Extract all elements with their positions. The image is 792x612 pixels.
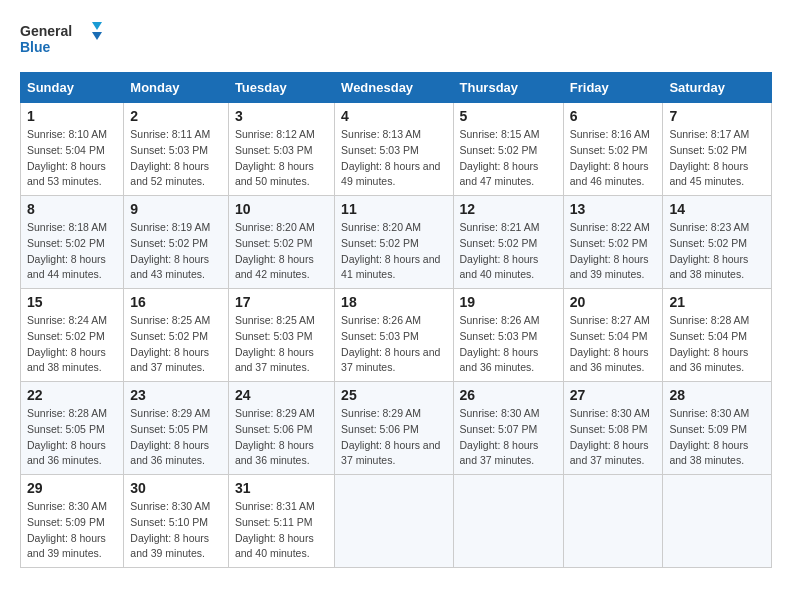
day-number: 20 [570, 294, 657, 310]
day-number: 5 [460, 108, 557, 124]
day-info: Sunrise: 8:31 AMSunset: 5:11 PMDaylight:… [235, 500, 315, 559]
day-number: 16 [130, 294, 222, 310]
day-number: 17 [235, 294, 328, 310]
header-cell-sunday: Sunday [21, 73, 124, 103]
day-number: 7 [669, 108, 765, 124]
day-number: 18 [341, 294, 446, 310]
calendar-cell [335, 475, 453, 568]
logo: General Blue [20, 20, 110, 56]
calendar-cell: 30 Sunrise: 8:30 AMSunset: 5:10 PMDaylig… [124, 475, 229, 568]
day-info: Sunrise: 8:11 AMSunset: 5:03 PMDaylight:… [130, 128, 210, 187]
calendar-body: 1 Sunrise: 8:10 AMSunset: 5:04 PMDayligh… [21, 103, 772, 568]
day-info: Sunrise: 8:17 AMSunset: 5:02 PMDaylight:… [669, 128, 749, 187]
day-number: 3 [235, 108, 328, 124]
calendar-cell: 1 Sunrise: 8:10 AMSunset: 5:04 PMDayligh… [21, 103, 124, 196]
calendar-cell [453, 475, 563, 568]
calendar-cell: 26 Sunrise: 8:30 AMSunset: 5:07 PMDaylig… [453, 382, 563, 475]
day-info: Sunrise: 8:24 AMSunset: 5:02 PMDaylight:… [27, 314, 107, 373]
day-number: 4 [341, 108, 446, 124]
day-info: Sunrise: 8:12 AMSunset: 5:03 PMDaylight:… [235, 128, 315, 187]
calendar-cell: 15 Sunrise: 8:24 AMSunset: 5:02 PMDaylig… [21, 289, 124, 382]
day-info: Sunrise: 8:29 AMSunset: 5:06 PMDaylight:… [235, 407, 315, 466]
calendar-cell: 27 Sunrise: 8:30 AMSunset: 5:08 PMDaylig… [563, 382, 663, 475]
calendar-cell: 19 Sunrise: 8:26 AMSunset: 5:03 PMDaylig… [453, 289, 563, 382]
header-cell-friday: Friday [563, 73, 663, 103]
day-info: Sunrise: 8:30 AMSunset: 5:07 PMDaylight:… [460, 407, 540, 466]
calendar-cell: 18 Sunrise: 8:26 AMSunset: 5:03 PMDaylig… [335, 289, 453, 382]
day-info: Sunrise: 8:16 AMSunset: 5:02 PMDaylight:… [570, 128, 650, 187]
day-info: Sunrise: 8:21 AMSunset: 5:02 PMDaylight:… [460, 221, 540, 280]
day-number: 23 [130, 387, 222, 403]
calendar-cell: 9 Sunrise: 8:19 AMSunset: 5:02 PMDayligh… [124, 196, 229, 289]
day-number: 8 [27, 201, 117, 217]
calendar-cell: 7 Sunrise: 8:17 AMSunset: 5:02 PMDayligh… [663, 103, 772, 196]
calendar-week-3: 15 Sunrise: 8:24 AMSunset: 5:02 PMDaylig… [21, 289, 772, 382]
calendar-week-4: 22 Sunrise: 8:28 AMSunset: 5:05 PMDaylig… [21, 382, 772, 475]
day-number: 28 [669, 387, 765, 403]
day-number: 9 [130, 201, 222, 217]
logo-svg: General Blue [20, 20, 110, 56]
svg-marker-2 [92, 22, 102, 30]
day-info: Sunrise: 8:26 AMSunset: 5:03 PMDaylight:… [341, 314, 440, 373]
calendar-cell: 14 Sunrise: 8:23 AMSunset: 5:02 PMDaylig… [663, 196, 772, 289]
day-info: Sunrise: 8:26 AMSunset: 5:03 PMDaylight:… [460, 314, 540, 373]
day-number: 25 [341, 387, 446, 403]
header-cell-wednesday: Wednesday [335, 73, 453, 103]
day-info: Sunrise: 8:30 AMSunset: 5:09 PMDaylight:… [27, 500, 107, 559]
calendar-cell: 13 Sunrise: 8:22 AMSunset: 5:02 PMDaylig… [563, 196, 663, 289]
day-number: 30 [130, 480, 222, 496]
day-number: 26 [460, 387, 557, 403]
svg-text:Blue: Blue [20, 39, 51, 55]
svg-text:General: General [20, 23, 72, 39]
header-cell-tuesday: Tuesday [228, 73, 334, 103]
day-info: Sunrise: 8:25 AMSunset: 5:03 PMDaylight:… [235, 314, 315, 373]
calendar-cell [663, 475, 772, 568]
calendar-cell: 21 Sunrise: 8:28 AMSunset: 5:04 PMDaylig… [663, 289, 772, 382]
header-cell-saturday: Saturday [663, 73, 772, 103]
day-info: Sunrise: 8:28 AMSunset: 5:04 PMDaylight:… [669, 314, 749, 373]
calendar-cell: 11 Sunrise: 8:20 AMSunset: 5:02 PMDaylig… [335, 196, 453, 289]
calendar-week-5: 29 Sunrise: 8:30 AMSunset: 5:09 PMDaylig… [21, 475, 772, 568]
day-info: Sunrise: 8:18 AMSunset: 5:02 PMDaylight:… [27, 221, 107, 280]
calendar-cell: 8 Sunrise: 8:18 AMSunset: 5:02 PMDayligh… [21, 196, 124, 289]
calendar-cell: 16 Sunrise: 8:25 AMSunset: 5:02 PMDaylig… [124, 289, 229, 382]
calendar-cell: 25 Sunrise: 8:29 AMSunset: 5:06 PMDaylig… [335, 382, 453, 475]
calendar-cell [563, 475, 663, 568]
day-number: 29 [27, 480, 117, 496]
day-number: 11 [341, 201, 446, 217]
day-info: Sunrise: 8:29 AMSunset: 5:06 PMDaylight:… [341, 407, 440, 466]
day-info: Sunrise: 8:29 AMSunset: 5:05 PMDaylight:… [130, 407, 210, 466]
day-number: 12 [460, 201, 557, 217]
header-row: SundayMondayTuesdayWednesdayThursdayFrid… [21, 73, 772, 103]
calendar-week-1: 1 Sunrise: 8:10 AMSunset: 5:04 PMDayligh… [21, 103, 772, 196]
header-cell-monday: Monday [124, 73, 229, 103]
calendar-cell: 31 Sunrise: 8:31 AMSunset: 5:11 PMDaylig… [228, 475, 334, 568]
calendar-cell: 5 Sunrise: 8:15 AMSunset: 5:02 PMDayligh… [453, 103, 563, 196]
calendar-header: SundayMondayTuesdayWednesdayThursdayFrid… [21, 73, 772, 103]
day-number: 13 [570, 201, 657, 217]
day-info: Sunrise: 8:10 AMSunset: 5:04 PMDaylight:… [27, 128, 107, 187]
calendar-cell: 4 Sunrise: 8:13 AMSunset: 5:03 PMDayligh… [335, 103, 453, 196]
day-info: Sunrise: 8:22 AMSunset: 5:02 PMDaylight:… [570, 221, 650, 280]
day-info: Sunrise: 8:13 AMSunset: 5:03 PMDaylight:… [341, 128, 440, 187]
day-info: Sunrise: 8:25 AMSunset: 5:02 PMDaylight:… [130, 314, 210, 373]
day-number: 6 [570, 108, 657, 124]
day-info: Sunrise: 8:30 AMSunset: 5:10 PMDaylight:… [130, 500, 210, 559]
day-info: Sunrise: 8:30 AMSunset: 5:09 PMDaylight:… [669, 407, 749, 466]
calendar-cell: 2 Sunrise: 8:11 AMSunset: 5:03 PMDayligh… [124, 103, 229, 196]
day-info: Sunrise: 8:30 AMSunset: 5:08 PMDaylight:… [570, 407, 650, 466]
calendar-cell: 24 Sunrise: 8:29 AMSunset: 5:06 PMDaylig… [228, 382, 334, 475]
day-number: 14 [669, 201, 765, 217]
day-number: 31 [235, 480, 328, 496]
day-number: 1 [27, 108, 117, 124]
svg-marker-3 [92, 32, 102, 40]
day-info: Sunrise: 8:23 AMSunset: 5:02 PMDaylight:… [669, 221, 749, 280]
calendar-week-2: 8 Sunrise: 8:18 AMSunset: 5:02 PMDayligh… [21, 196, 772, 289]
day-number: 15 [27, 294, 117, 310]
day-info: Sunrise: 8:20 AMSunset: 5:02 PMDaylight:… [235, 221, 315, 280]
header-cell-thursday: Thursday [453, 73, 563, 103]
calendar-cell: 20 Sunrise: 8:27 AMSunset: 5:04 PMDaylig… [563, 289, 663, 382]
day-info: Sunrise: 8:28 AMSunset: 5:05 PMDaylight:… [27, 407, 107, 466]
header: General Blue [20, 20, 772, 56]
calendar-cell: 17 Sunrise: 8:25 AMSunset: 5:03 PMDaylig… [228, 289, 334, 382]
